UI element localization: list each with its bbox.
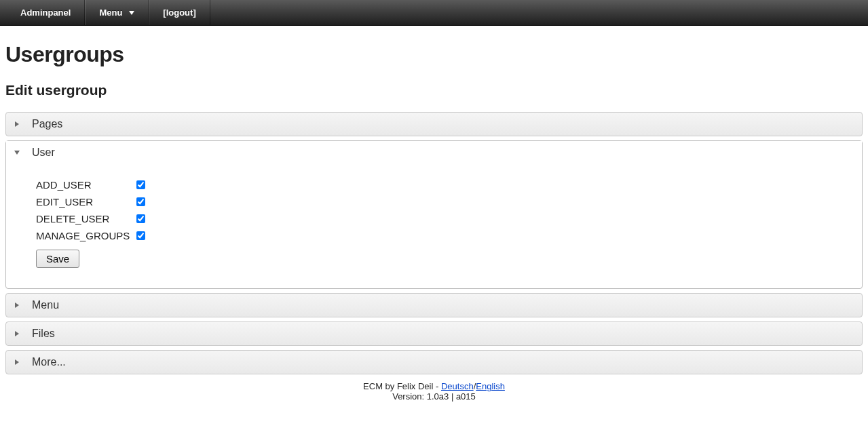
permission-row: ADD_USER xyxy=(36,176,151,193)
accordion-header-user[interactable]: User xyxy=(6,141,862,164)
chevron-right-icon xyxy=(14,331,20,336)
accordion-user: User ADD_USER EDIT_USER DELETE_USER MANA… xyxy=(5,140,863,289)
permission-checkbox-delete-user[interactable] xyxy=(136,214,145,223)
accordion-header-menu[interactable]: Menu xyxy=(5,293,863,317)
nav-logout-label: [logout] xyxy=(163,7,195,18)
permission-checkbox-add-user[interactable] xyxy=(136,180,145,189)
footer-lang-en-link[interactable]: English xyxy=(476,381,505,391)
accordion-label-user: User xyxy=(32,146,55,159)
accordion-header-files[interactable]: Files xyxy=(5,321,863,346)
page-subtitle: Edit usergroup xyxy=(5,82,863,98)
permission-label: ADD_USER xyxy=(36,176,134,193)
chevron-right-icon xyxy=(14,302,20,308)
nav-menu[interactable]: Menu xyxy=(85,0,149,25)
footer-credit-prefix: ECM by Felix Deil - xyxy=(363,381,441,391)
nav-logout[interactable]: [logout] xyxy=(149,0,210,25)
svg-marker-0 xyxy=(129,11,134,15)
svg-marker-2 xyxy=(14,151,20,155)
accordion-menu: Menu xyxy=(5,293,863,317)
permission-label: MANAGE_GROUPS xyxy=(36,227,134,244)
accordion-label-more: More... xyxy=(32,356,66,368)
footer-version: Version: 1.0a3 | a015 xyxy=(392,391,476,402)
accordion-more: More... xyxy=(5,350,863,374)
accordion-label-menu: Menu xyxy=(32,299,59,311)
svg-marker-3 xyxy=(15,302,19,308)
permission-row: MANAGE_GROUPS xyxy=(36,227,151,244)
nav-adminpanel-label: Adminpanel xyxy=(20,7,71,18)
svg-marker-1 xyxy=(15,121,19,127)
nav-menu-label: Menu xyxy=(99,7,122,18)
svg-marker-5 xyxy=(15,359,19,365)
chevron-right-icon xyxy=(14,359,20,365)
accordion-pages: Pages xyxy=(5,112,863,136)
accordion-label-pages: Pages xyxy=(32,118,62,130)
accordion-label-files: Files xyxy=(32,328,55,340)
chevron-down-icon xyxy=(129,11,134,15)
footer-lang-de-link[interactable]: Deutsch xyxy=(441,381,474,391)
chevron-right-icon xyxy=(14,121,20,127)
top-navbar: Adminpanel Menu [logout] xyxy=(0,0,868,26)
permission-row: EDIT_USER xyxy=(36,193,151,210)
permission-row: DELETE_USER xyxy=(36,210,151,227)
accordion-header-more[interactable]: More... xyxy=(5,350,863,374)
save-button[interactable]: Save xyxy=(36,250,79,268)
permission-checkbox-edit-user[interactable] xyxy=(136,197,145,206)
page-title: Usergroups xyxy=(5,42,863,67)
nav-adminpanel[interactable]: Adminpanel xyxy=(7,0,85,25)
footer: ECM by Felix Deil - Deutsch/English Vers… xyxy=(5,378,863,415)
permissions-table: ADD_USER EDIT_USER DELETE_USER MANAGE_GR… xyxy=(36,176,151,244)
chevron-down-icon xyxy=(14,151,20,155)
svg-marker-4 xyxy=(15,331,19,336)
accordion-header-pages[interactable]: Pages xyxy=(5,112,863,136)
accordion-files: Files xyxy=(5,321,863,346)
permission-checkbox-manage-groups[interactable] xyxy=(136,231,145,240)
accordion-body-user: ADD_USER EDIT_USER DELETE_USER MANAGE_GR… xyxy=(6,164,862,288)
content-area: Usergroups Edit usergroup Pages User ADD… xyxy=(0,26,868,415)
permission-label: DELETE_USER xyxy=(36,210,134,227)
permission-label: EDIT_USER xyxy=(36,193,134,210)
